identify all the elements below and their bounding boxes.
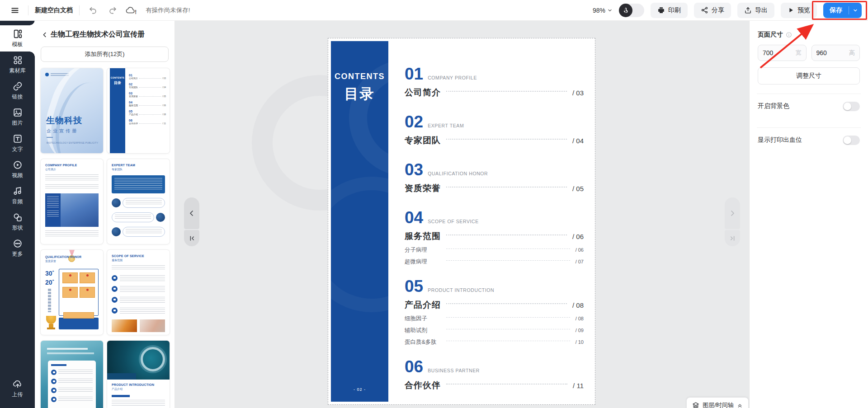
list-bullet-icon	[51, 370, 57, 375]
upload-cloud-icon	[13, 379, 23, 389]
list-bullet-icon	[51, 388, 57, 393]
avatar	[156, 213, 165, 222]
certificate	[62, 272, 78, 283]
top-toolbar: 新建空白文档 ! 有操作尚未保存! 98%	[0, 0, 868, 21]
template-thumb-cover[interactable]: 生物科技 企业宣传册 BIOTECHNOLOGY ENTERPRISE PUBL…	[41, 68, 103, 153]
template-panel: 生物工程生物技术公司宣传册 添加所有(12页) 生物科技 企业宣传册 BIOTE…	[35, 21, 175, 408]
first-page-button[interactable]	[184, 230, 199, 246]
certificate	[62, 287, 78, 298]
print-bleed-toggle[interactable]	[843, 136, 860, 145]
sidebar-item-shapes[interactable]: 形状	[0, 209, 35, 235]
info-icon	[786, 32, 792, 38]
sidebar-item-images[interactable]: 图片	[0, 104, 35, 130]
table-of-contents: 01COMPANY PROFILE 公司简介/ 03 02EXPERT TEAM…	[405, 64, 584, 393]
page-width-input[interactable]	[763, 49, 790, 56]
sidebar-item-more[interactable]: 更多	[0, 235, 35, 261]
resize-button[interactable]: 调整尺寸	[758, 67, 860, 84]
share-icon	[701, 6, 708, 14]
hamburger-menu-button[interactable]	[8, 4, 22, 17]
doc-action-label[interactable]: 新建空白文档	[35, 6, 73, 14]
back-chevron-icon	[42, 32, 48, 38]
sidebar-item-audio[interactable]: 音频	[0, 183, 35, 209]
printer-icon	[657, 6, 665, 14]
audio-icon	[13, 186, 23, 196]
template-thumb-scope-of-service[interactable]: SCOPE OF SERVICE 服务范围	[107, 250, 170, 335]
save-status-text: 有操作尚未保存!	[146, 6, 190, 14]
chevron-left-icon	[188, 210, 195, 217]
link-icon	[13, 81, 23, 91]
contents-sidebar: CONTENTS 目录 - 02 -	[331, 41, 388, 402]
hamburger-icon	[10, 6, 19, 15]
template-thumb-droplets[interactable]	[41, 341, 103, 408]
save-dropdown-caret[interactable]	[849, 8, 862, 13]
list-bullet-icon	[51, 397, 57, 402]
thumb-logo-icon	[45, 73, 49, 76]
print-button[interactable]: 印刷	[651, 3, 688, 18]
app-root: 新建空白文档 ! 有操作尚未保存! 98%	[0, 0, 868, 408]
template-thumb-product-introduction[interactable]: PRODUCT INTRODUCTION 产品介绍	[107, 341, 170, 408]
touch-mode-toggle[interactable]	[619, 4, 644, 17]
page-width-field[interactable]: 宽	[758, 45, 807, 61]
sidebar-item-templates[interactable]: 模板	[0, 25, 35, 52]
zoom-control[interactable]: 98%	[593, 7, 613, 14]
page-height-field[interactable]: 高	[811, 45, 860, 61]
page-height-input[interactable]	[816, 49, 844, 56]
service-bullet-icon	[112, 275, 118, 281]
shapes-icon	[13, 212, 23, 222]
template-thumb-expert-team[interactable]: EXPERT TEAM 专家团队	[107, 159, 170, 244]
sidebar-item-upload[interactable]: 上传	[0, 375, 35, 402]
template-thumb-qualification-honor[interactable]: QUALIFICATION HONOR 资质荣誉 30+ 20+	[41, 250, 103, 335]
canvas-area[interactable]: CONTENTS 目录 - 02 - 01COMPANY PROFILE 公司简…	[175, 21, 749, 408]
thumb-building-photo	[45, 193, 99, 227]
template-thumb-company-profile[interactable]: COMPANY PROFILE 公司简介	[41, 159, 103, 244]
list-bullet-icon	[51, 379, 57, 384]
cloud-sync-icon: !	[126, 5, 137, 15]
last-page-button[interactable]	[725, 230, 740, 246]
video-icon	[13, 160, 23, 170]
print-bleed-label: 显示打印出血位	[758, 136, 802, 144]
document-page[interactable]: CONTENTS 目录 - 02 - 01COMPANY PROFILE 公司简…	[328, 38, 595, 405]
contents-title-en: CONTENTS	[331, 72, 388, 81]
sidebar-item-video[interactable]: 视频	[0, 156, 35, 183]
prev-page-button[interactable]	[184, 197, 199, 229]
sidebar-item-assets[interactable]: 素材库	[0, 52, 35, 78]
undo-icon	[89, 6, 97, 14]
redo-button[interactable]	[106, 4, 119, 17]
touch-icon	[623, 7, 629, 14]
templates-icon	[13, 29, 23, 39]
inspector-panel: 页面尺寸 宽 高 调整尺寸 开启背景色 显示打印出血位	[749, 21, 868, 408]
service-bullet-icon	[112, 308, 118, 314]
template-thumbnail-grid: 生物科技 企业宣传册 BIOTECHNOLOGY ENTERPRISE PUBL…	[41, 68, 169, 408]
save-button[interactable]: 保存	[823, 3, 862, 18]
layers-icon	[692, 402, 699, 408]
play-icon	[788, 7, 794, 14]
double-chevron-up-icon	[737, 403, 743, 408]
left-icon-rail: 模板 素材库 链接 图片 文字 视频 音频 形状	[0, 21, 35, 408]
page-number: - 02 -	[331, 387, 388, 392]
text-icon	[13, 134, 23, 144]
undo-button[interactable]	[86, 4, 99, 17]
chevron-down-icon	[607, 8, 613, 13]
share-button[interactable]: 分享	[694, 3, 731, 18]
divider	[79, 5, 80, 15]
thumb-photo	[140, 319, 165, 332]
chevron-right-icon	[729, 210, 736, 217]
redo-icon	[108, 6, 117, 14]
template-set-title[interactable]: 生物工程生物技术公司宣传册	[41, 30, 169, 39]
service-bullet-icon	[112, 286, 118, 292]
avatar	[112, 198, 121, 207]
layers-timeline-button[interactable]: 图层/时间轴	[686, 397, 749, 408]
sidebar-item-links[interactable]: 链接	[0, 78, 35, 104]
template-thumb-contents[interactable]: CONTENTS 目录 01公司简介/ 03 02专家团队/ 04 03资质荣誉…	[107, 68, 170, 153]
background-color-toggle[interactable]	[843, 102, 860, 111]
sidebar-item-text[interactable]: 文字	[0, 130, 35, 156]
chevron-first-icon	[189, 235, 195, 242]
add-all-pages-button[interactable]: 添加所有(12页)	[41, 47, 169, 62]
preview-button[interactable]: 预览	[781, 3, 817, 18]
background-color-label: 开启背景色	[758, 102, 789, 110]
image-icon	[13, 108, 23, 117]
next-page-button[interactable]	[725, 197, 740, 229]
export-button[interactable]: 导出	[737, 3, 774, 18]
zoom-value: 98%	[593, 7, 605, 14]
page-nav-left	[184, 197, 199, 246]
